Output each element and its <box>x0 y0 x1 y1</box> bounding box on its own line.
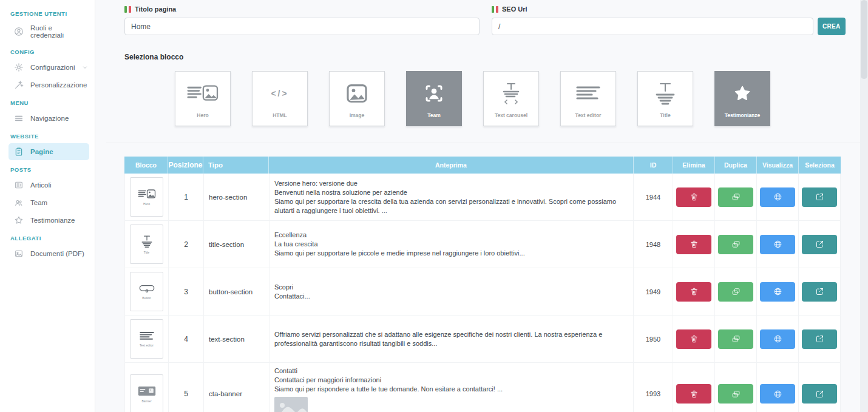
thumb-label: Text editor <box>140 343 154 347</box>
type-cell: cta-banner <box>204 363 270 412</box>
flag-red-bar <box>129 6 131 13</box>
testimonials-block-icon <box>733 79 752 107</box>
sidebar-item-label: Testimonianze <box>30 217 75 224</box>
col-header-elimina: Elimina <box>673 157 715 174</box>
seo-url-input[interactable] <box>492 18 813 35</box>
main-content: Titolo pagina SEO Url CREA Seleziona blo… <box>95 0 868 412</box>
flag-green-bar <box>124 6 127 13</box>
sidebar-item-label: Personalizzazione <box>30 81 87 89</box>
html-block-icon: </> <box>271 79 288 107</box>
user-icon <box>14 27 24 36</box>
block-card-text-carousel[interactable]: Text carousel <box>483 71 539 126</box>
text-editor-thumb-icon <box>140 331 154 341</box>
export-icon <box>815 287 824 296</box>
view-button[interactable] <box>760 282 795 302</box>
scrollbar-thumb[interactable] <box>861 0 867 79</box>
list-icon <box>14 113 24 123</box>
trash-icon <box>690 334 699 343</box>
sidebar-section-config: CONFIG <box>0 43 95 58</box>
view-button[interactable] <box>760 384 795 404</box>
globe-icon <box>773 192 782 201</box>
preview-image-placeholder <box>274 397 308 412</box>
block-card-testimonianze[interactable]: Testimonianze <box>714 71 770 126</box>
sidebar-item-navigazione[interactable]: Navigazione <box>8 110 89 127</box>
title-block-icon <box>653 79 677 107</box>
trash-icon <box>690 390 699 399</box>
globe-icon <box>773 390 782 399</box>
select-button[interactable] <box>802 187 837 207</box>
view-button[interactable] <box>760 187 795 207</box>
preview-cell: Offriamo servizi personalizzati che si a… <box>270 316 634 362</box>
chevron-down-icon <box>81 64 89 71</box>
titolo-pagina-input[interactable] <box>124 18 480 35</box>
sidebar-item-documenti-pdf[interactable]: Documenti (PDF) <box>8 245 89 262</box>
sidebar-item-pagine[interactable]: Pagine <box>8 143 89 160</box>
block-thumbnail: Title <box>130 225 163 264</box>
crea-button[interactable]: CREA <box>818 18 846 35</box>
gear-icon <box>14 62 24 72</box>
delete-button[interactable] <box>676 235 711 254</box>
trash-icon <box>690 240 699 249</box>
sidebar-item-articoli[interactable]: Articoli <box>8 177 89 194</box>
clipboard-icon <box>14 147 24 157</box>
block-card-image[interactable]: Image <box>329 71 385 126</box>
table-header-row: Blocco Posizione Tipo Anteprima ID Elimi… <box>124 157 841 174</box>
col-header-posizione: Posizione <box>168 157 203 174</box>
duplicate-button[interactable] <box>718 384 753 404</box>
id-cell: 1993 <box>634 363 673 412</box>
seleziona-blocco-heading: Seleziona blocco <box>124 53 868 61</box>
trash-icon <box>690 192 699 201</box>
sidebar-item-label: Ruoli e credenziali <box>30 24 87 39</box>
duplicate-button[interactable] <box>718 329 753 349</box>
delete-button[interactable] <box>676 282 711 302</box>
duplicate-icon <box>731 240 741 249</box>
sidebar-item-configurazioni[interactable]: Configurazioni <box>8 59 89 76</box>
block-card-team[interactable]: Team <box>406 71 462 126</box>
select-button[interactable] <box>802 384 837 404</box>
delete-button[interactable] <box>676 187 711 207</box>
select-button[interactable] <box>802 329 837 349</box>
sidebar-item-label: Configurazioni <box>30 64 75 71</box>
duplicate-button[interactable] <box>718 282 753 302</box>
position-cell: 3 <box>169 268 204 315</box>
delete-button[interactable] <box>676 384 711 404</box>
globe-icon <box>773 334 782 343</box>
preview-cell: Contatti Contattaci per maggiori informa… <box>270 363 634 412</box>
preview-cell: Eccellenza La tua crescita Siamo qui per… <box>270 221 634 268</box>
sidebar-item-personalizzazione[interactable]: Personalizzazione <box>8 76 89 93</box>
select-button[interactable] <box>802 235 837 254</box>
thumb-label: Title <box>144 251 149 254</box>
col-header-tipo: Tipo <box>203 157 269 174</box>
type-cell: hero-section <box>204 174 270 220</box>
table-row: Hero 1 hero-section Versione hero: versi… <box>124 174 841 221</box>
sidebar-section-gestione-utenti: GESTIONE UTENTI <box>0 5 95 20</box>
table-row: Title 2 title-section Eccellenza La tua … <box>124 221 841 268</box>
article-icon <box>14 180 24 190</box>
title-thumb-icon <box>140 235 154 248</box>
sidebar-item-ruoli-e-credenziali[interactable]: Ruoli e credenziali <box>8 21 89 42</box>
block-card-hero[interactable]: Hero <box>175 71 231 126</box>
sidebar-item-label: Documenti (PDF) <box>30 250 84 257</box>
block-card-text-editor[interactable]: Text editor <box>560 71 616 126</box>
view-button[interactable] <box>760 235 795 254</box>
duplicate-button[interactable] <box>718 235 753 254</box>
delete-button[interactable] <box>676 329 711 349</box>
select-button[interactable] <box>802 282 837 302</box>
block-thumbnail: Button <box>130 272 163 311</box>
sidebar-item-label: Navigazione <box>30 115 69 122</box>
scrollbar[interactable] <box>860 0 868 412</box>
export-icon <box>815 334 824 343</box>
sidebar-item-testimonianze[interactable]: Testimonianze <box>8 212 89 229</box>
sidebar-item-label: Articoli <box>30 181 52 189</box>
block-card-html[interactable]: </> HTML <box>252 71 308 126</box>
flag-green-bar <box>492 6 494 13</box>
type-cell: title-section <box>204 221 270 268</box>
view-button[interactable] <box>760 329 795 349</box>
block-thumbnail: Hero <box>130 177 163 217</box>
sidebar-section-allegati: ALLEGATI <box>0 229 95 245</box>
duplicate-button[interactable] <box>718 187 753 207</box>
sidebar-item-team[interactable]: Team <box>8 194 89 211</box>
block-card-title[interactable]: Title <box>637 71 693 126</box>
sidebar-section-posts: POSTS <box>0 161 95 176</box>
sidebar-item-label: Pagine <box>30 148 53 155</box>
